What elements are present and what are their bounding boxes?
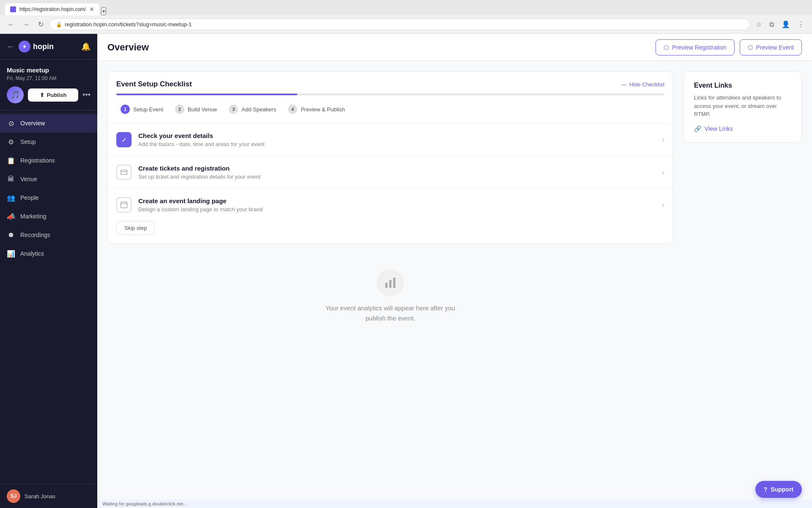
view-links-label: View Links [705,125,733,132]
browser-tabs: https://registration.hopin.com/ ✕ + [5,3,807,15]
view-links-button[interactable]: 🔗 View Links [694,125,733,132]
menu-button[interactable]: ⋮ [795,19,807,30]
sidebar-item-marketing-label: Marketing [20,213,46,220]
hide-checklist-button[interactable]: — Hide Checklist [621,81,664,88]
step-4-label: Preview & Publish [301,106,345,113]
svg-rect-0 [121,170,127,175]
checklist-item-tickets[interactable]: Create tickets and registration Set up t… [108,156,673,189]
checklist-steps: 1 Setup Event 2 Build Venue 3 Add Speake… [108,95,673,124]
analytics-empty-text: Your event analytics will appear here af… [323,303,458,323]
preview-event-label: Preview Event [756,44,794,51]
sidebar-back-button[interactable]: ← [7,42,14,51]
address-bar[interactable]: 🔒 registration.hopin.com/tickets?slug=mu… [49,19,750,30]
split-view-button[interactable]: ⧉ [767,19,776,30]
hopin-name: hopin [33,42,54,51]
analytics-bar-chart-icon [384,276,397,290]
event-meta: 🎵 ⬆ Publish ••• [7,86,91,103]
step-4-number: 4 [288,105,297,114]
event-details-icon: ✓ [116,132,132,147]
sidebar-item-people[interactable]: 👥 People [0,188,97,207]
tab-url: https://registration.hopin.com/ [19,6,86,12]
tickets-arrow-icon: › [662,168,664,177]
sidebar: ← ✦ hopin 🔔 Music meetup Fri, May 27, 11… [0,34,97,508]
landing-page-title: Create an event landing page [138,197,655,204]
sidebar-item-overview-label: Overview [20,120,45,127]
publish-label: Publish [47,92,67,98]
preview-registration-label: Preview Registration [672,44,726,51]
overview-icon: ⊙ [7,119,15,127]
notification-button[interactable]: 🔔 [81,42,91,51]
sidebar-item-registrations[interactable]: 📋 Registrations [0,151,97,170]
status-text: Waiting for googleads.g.doubleclick.net.… [102,501,187,506]
sidebar-item-venue[interactable]: 🏛 Venue [0,170,97,188]
analytics-icon: 📊 [7,249,15,258]
toolbar-actions: ☆ ⧉ 👤 ⋮ [753,19,807,30]
profile-button[interactable]: 👤 [779,19,793,30]
checklist-area: Event Setup Checklist — Hide Checklist 1 [107,71,673,349]
preview-event-button[interactable]: ⬡ Preview Event [740,39,802,55]
landing-page-arrow-icon: › [662,201,664,210]
preview-registration-icon: ⬡ [664,44,669,51]
event-details-text: Check your event details Add the basics … [138,132,655,147]
sidebar-item-recordings-label: Recordings [20,232,50,238]
sidebar-item-venue-label: Venue [20,176,37,182]
svg-rect-5 [389,280,391,288]
support-button[interactable]: ? Support [755,481,802,498]
event-links-desc: Links for attendees and speakers to acce… [694,94,791,119]
sidebar-item-recordings[interactable]: ⏺ Recordings [0,226,97,244]
checklist-header: Event Setup Checklist — Hide Checklist [108,72,673,94]
publish-button[interactable]: ⬆ Publish [28,88,78,102]
step-1-label: Setup Event [133,106,163,113]
user-avatar: SJ [7,489,20,503]
step-add-speakers[interactable]: 3 Add Speakers [225,102,280,116]
new-tab-button[interactable]: + [101,7,106,15]
back-button[interactable]: ← [5,19,17,30]
tickets-icon [116,165,132,180]
main-body: Event Setup Checklist — Hide Checklist 1 [97,61,812,500]
svg-rect-2 [121,202,127,208]
sidebar-item-registrations-label: Registrations [20,157,55,164]
sidebar-footer: SJ Sarah Jonas [0,484,97,508]
event-date: Fri, May 27, 11:00 AM [7,75,91,81]
landing-page-icon [116,197,132,213]
checklist-item-event-details[interactable]: ✓ Check your event details Add the basic… [108,124,673,156]
sidebar-item-setup[interactable]: ⚙ Setup [0,133,97,151]
preview-event-icon: ⬡ [748,44,753,51]
sidebar-item-analytics-label: Analytics [20,250,44,257]
tab-close-button[interactable]: ✕ [89,6,94,13]
publish-icon: ⬆ [40,92,44,98]
marketing-icon: 📣 [7,212,15,221]
sidebar-item-analytics[interactable]: 📊 Analytics [0,244,97,263]
bookmark-button[interactable]: ☆ [753,19,764,30]
step-setup-event[interactable]: 1 Setup Event [116,102,167,116]
content-grid: Event Setup Checklist — Hide Checklist 1 [107,71,802,349]
step-build-venue[interactable]: 2 Build Venue [171,102,221,116]
recordings-icon: ⏺ [7,231,15,239]
skip-step-button[interactable]: Skip step [116,221,155,235]
active-tab[interactable]: https://registration.hopin.com/ ✕ [5,3,99,15]
event-avatar: 🎵 [7,86,24,103]
sidebar-nav: ⊙ Overview ⚙ Setup 📋 Registrations 🏛 Ven… [0,110,97,484]
svg-rect-6 [393,278,395,288]
browser-toolbar: ← → ↻ 🔒 registration.hopin.com/tickets?s… [0,15,812,34]
step-2-number: 2 [175,105,184,114]
landing-page-desc: Design a custom landing page to match yo… [138,206,655,213]
event-details-arrow-icon: › [662,135,664,144]
registrations-icon: 📋 [7,156,15,165]
page-title: Overview [107,42,149,53]
reload-button[interactable]: ↻ [36,19,46,30]
preview-registration-button[interactable]: ⬡ Preview Registration [656,39,734,55]
forward-button[interactable]: → [20,19,32,30]
hide-checklist-label: Hide Checklist [629,81,664,88]
sidebar-item-overview[interactable]: ⊙ Overview [0,114,97,133]
analytics-empty-icon-wrap [377,269,404,296]
venue-icon: 🏛 [7,175,15,183]
step-preview-publish[interactable]: 4 Preview & Publish [284,102,349,116]
tickets-text: Create tickets and registration Set up t… [138,165,655,180]
checklist-item-landing-page[interactable]: Create an event landing page Design a cu… [108,189,673,221]
analytics-empty-state: Your event analytics will appear here af… [107,244,673,349]
main-content: Overview ⬡ Preview Registration ⬡ Previe… [97,34,812,508]
sidebar-item-marketing[interactable]: 📣 Marketing [0,207,97,226]
more-options-button[interactable]: ••• [82,91,91,99]
lock-icon: 🔒 [56,22,62,28]
